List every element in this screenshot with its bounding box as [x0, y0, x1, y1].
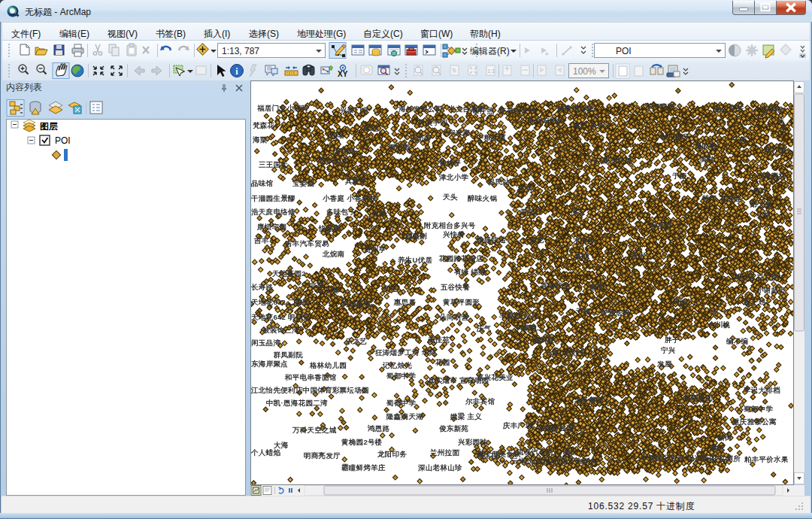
svg-text:1:1: 1:1 — [488, 68, 495, 74]
svg-text:POI: POI — [55, 135, 71, 146]
svg-text:图层: 图层 — [40, 121, 58, 132]
svg-text:XY: XY — [338, 70, 348, 78]
